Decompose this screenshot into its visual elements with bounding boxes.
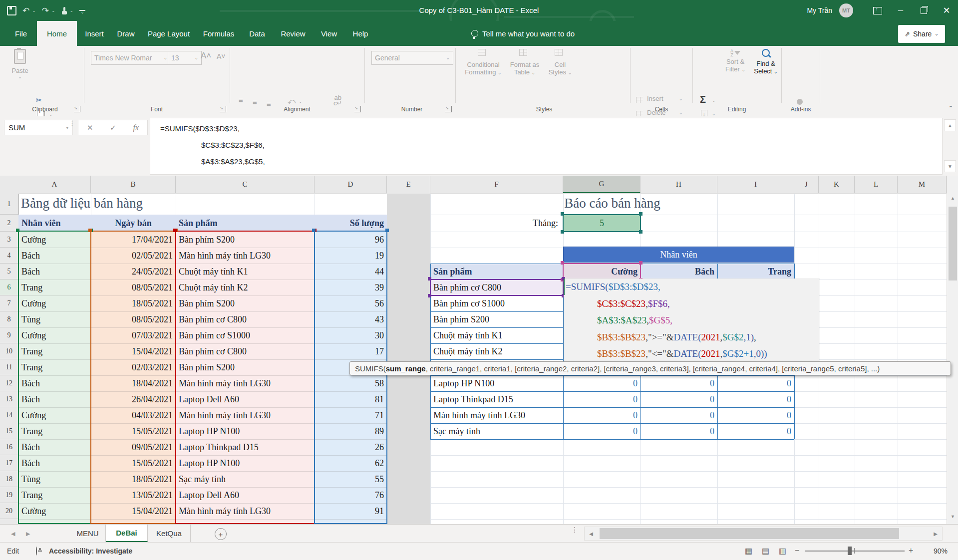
column-header-M[interactable]: M [898,176,947,193]
column-header-J[interactable]: J [794,176,819,193]
range-handle-G5[interactable] [561,261,564,265]
row-header-4[interactable]: 4 [0,248,18,264]
range-border-D3-D23-handle[interactable] [312,229,316,232]
sheet-tab-menu[interactable]: MENU [70,525,106,542]
cell-F7[interactable]: Bàn phím cơ S1000 [433,295,560,311]
sheet-grid[interactable]: Bảng dữ liệu bán hàng Báo cáo bán hàng T… [0,0,958,524]
row-header-11[interactable]: 11 [0,359,18,375]
range-handle-F6[interactable] [428,277,431,280]
page-layout-view-icon[interactable]: ▤ [762,546,769,556]
cell-G15[interactable]: 0 [566,423,638,439]
row-header-1[interactable]: 1 [0,194,18,215]
cell-H13[interactable]: 0 [643,391,714,407]
sheet-tab-debai[interactable]: DeBai [106,525,148,542]
column-header-F[interactable]: F [430,176,563,193]
cell-H5[interactable]: Bách [643,264,714,280]
cell-F10[interactable]: Chuột máy tính K2 [433,343,560,359]
cell-I12[interactable]: 0 [720,375,791,391]
zoom-level[interactable]: 90% [924,547,948,555]
selection-handle-G2[interactable] [639,230,642,234]
range-border-D3-D23-handle[interactable] [385,229,389,232]
zoom-in-icon[interactable]: + [909,546,913,555]
header-D2[interactable]: Số lượng [318,215,384,232]
range-border-A3-A23-handle[interactable] [16,229,19,232]
cell-H14[interactable]: 0 [643,407,714,423]
accessibility-status[interactable]: Accessibility: Investigate [49,547,132,555]
column-header-H[interactable]: H [640,176,717,193]
row-header-14[interactable]: 14 [0,407,18,423]
row-header-21[interactable]: 21 [0,519,18,524]
horizontal-scroll-thumb[interactable] [600,528,899,539]
range-handle-G5[interactable] [639,261,642,265]
cell-F8[interactable]: Bàn phím S200 [433,311,560,327]
range-handle-F6[interactable] [428,294,431,297]
cell-F2-month-label[interactable]: Tháng: [430,215,558,232]
row-header-19[interactable]: 19 [0,487,18,503]
scroll-down-icon[interactable]: ▼ [947,514,958,519]
header-A2[interactable]: Nhân viên [21,215,88,232]
column-header-C[interactable]: C [176,176,315,193]
scroll-up-icon[interactable]: ▲ [947,196,958,201]
row-header-17[interactable]: 17 [0,455,18,471]
hscroll-right-icon[interactable]: ▶ [930,528,941,539]
column-header-K[interactable]: K [819,176,855,193]
cell-I14[interactable]: 0 [720,407,791,423]
zoom-slider-thumb[interactable] [848,547,852,555]
selection-handle-G2[interactable] [639,212,642,216]
normal-view-icon[interactable]: ▦ [745,546,752,556]
column-header-L[interactable]: L [855,176,898,193]
cell-I13[interactable]: 0 [720,391,791,407]
zoom-slider-track[interactable] [805,551,905,552]
tab-scrollbar-splitter[interactable]: ⋮ [571,528,578,532]
cell-G14[interactable]: 0 [566,407,638,423]
row-header-3[interactable]: 3 [0,232,18,248]
vertical-scrollbar[interactable]: ▲ ▼ [947,176,958,524]
cell-F14[interactable]: Màn hình máy tính LG30 [433,407,560,423]
page-break-view-icon[interactable]: ▥ [779,546,786,556]
cell-H15[interactable]: 0 [643,423,714,439]
cell-G12[interactable]: 0 [566,375,638,391]
cell-F5[interactable]: Sản phẩm [433,264,560,280]
row-header-7[interactable]: 7 [0,295,18,311]
cell-F13[interactable]: Laptop Thinkpad D15 [433,391,560,407]
sheet-tab-ketqua[interactable]: KetQua [148,525,191,542]
column-header-A[interactable]: A [18,176,91,193]
row-header-5[interactable]: 5 [0,264,18,280]
row-header-9[interactable]: 9 [0,327,18,343]
range-border-C3-C23-handle[interactable] [173,229,177,232]
sheet-nav-left-icon[interactable]: ◀ [11,525,15,543]
row-header-16[interactable]: 16 [0,439,18,455]
row-header-15[interactable]: 15 [0,423,18,439]
cell-G13[interactable]: 0 [566,391,638,407]
row-header-8[interactable]: 8 [0,311,18,327]
hscroll-left-icon[interactable]: ◀ [586,528,597,539]
cell-G6-formula-editor[interactable]: =SUMIFS($D$3:$D$23,$C$3:$C$23,$F$6,$A$3:… [564,279,819,362]
cell-I15[interactable]: 0 [720,423,791,439]
row-header-2[interactable]: 2 [0,215,18,232]
row-header-12[interactable]: 12 [0,375,18,391]
column-header-G[interactable]: G [563,176,640,193]
column-header-B[interactable]: B [91,176,176,193]
selection-handle-G2[interactable] [561,212,564,216]
selection-handle-G2[interactable] [561,230,564,234]
cell-I5[interactable]: Trang [720,264,791,280]
row-header-20[interactable]: 20 [0,503,18,519]
header-B2[interactable]: Ngày bán [94,215,173,232]
column-header-D[interactable]: D [315,176,387,193]
cell-F9[interactable]: Chuột máy tính K1 [433,327,560,343]
column-header-E[interactable]: E [387,176,430,193]
cell-H12[interactable]: 0 [643,375,714,391]
horizontal-scrollbar[interactable]: ◀ ▶ [584,527,943,541]
vertical-scroll-thumb[interactable] [949,207,957,280]
zoom-out-icon[interactable]: − [795,546,799,555]
row-header-18[interactable]: 18 [0,471,18,487]
new-sheet-button[interactable]: + [215,528,227,540]
row-header-10[interactable]: 10 [0,343,18,359]
range-border-B3-B23-handle[interactable] [88,229,92,232]
row-header-13[interactable]: 13 [0,391,18,407]
cell-F12[interactable]: Laptop HP N100 [433,375,560,391]
column-header-I[interactable]: I [717,176,794,193]
row-header-6[interactable]: 6 [0,280,18,295]
sheet-nav-right-icon[interactable]: ▶ [26,525,30,543]
cell-G4-banner[interactable]: Nhân viên [563,247,794,263]
